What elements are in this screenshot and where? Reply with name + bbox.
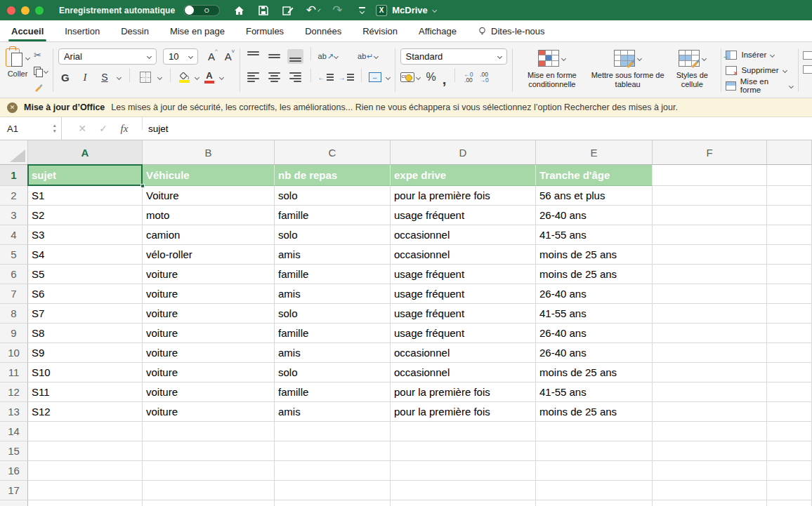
cell[interactable]: usage fréquent [391,284,536,304]
name-box[interactable]: A1 ▲▼ [0,117,62,140]
cell[interactable] [653,284,767,304]
row-header[interactable]: 2 [0,186,28,206]
cell[interactable]: pour la première fois [391,402,536,422]
cell[interactable]: 26-40 ans [536,284,653,304]
cell[interactable] [143,441,275,461]
cell[interactable] [653,461,767,481]
increase-indent-button[interactable]: → [339,74,354,81]
row-header[interactable]: 3 [0,206,28,225]
align-center-button[interactable] [266,70,282,85]
cell[interactable] [653,500,767,506]
cell[interactable]: solo [275,225,391,245]
cell[interactable]: 26-40 ans [536,343,653,363]
decrease-decimal-button[interactable]: .00→0 [480,72,489,84]
cell[interactable]: pour la première fois [391,186,536,206]
cell[interactable] [767,481,812,500]
cell[interactable] [391,422,536,441]
decrease-indent-button[interactable]: ← [318,74,334,81]
minimize-window-button[interactable] [21,6,30,15]
cell[interactable]: famille [275,206,391,225]
column-header-f[interactable]: F [653,140,767,165]
cell[interactable]: voiture [143,343,275,363]
cell[interactable] [767,402,812,422]
cell[interactable]: moins de 25 ans [536,265,653,284]
cell[interactable]: amis [275,402,391,422]
cell[interactable]: famille [275,265,391,284]
cut-button[interactable]: ✂ [34,48,48,61]
column-header-a[interactable]: A [28,140,143,165]
row-header[interactable]: 17 [0,481,28,500]
increase-decimal-button[interactable]: ←0.00 [464,72,473,84]
cell[interactable]: Voiture [143,186,275,206]
paste-button[interactable]: Coller [6,47,30,95]
cell[interactable]: S5 [28,265,143,284]
cell[interactable]: S11 [28,382,143,402]
cell[interactable] [28,481,143,500]
cell[interactable] [767,304,812,324]
cell[interactable] [275,481,391,500]
cell[interactable]: S6 [28,284,143,304]
cell[interactable]: 41-55 ans [536,382,653,402]
row-header[interactable]: 13 [0,402,28,422]
accounting-format-button[interactable] [400,72,420,82]
cell[interactable]: 41-55 ans [536,225,653,245]
font-size-combo[interactable]: 10 [163,48,198,65]
tell-me-button[interactable]: Dites-le-nous [478,20,545,41]
tab-donnees[interactable]: Données [303,20,343,41]
cell[interactable]: voiture [143,265,275,284]
close-window-button[interactable] [7,6,15,15]
align-left-button[interactable] [245,70,261,85]
cell[interactable]: voiture [143,324,275,343]
cell[interactable] [28,461,143,481]
row-header[interactable]: 11 [0,363,28,382]
home-icon[interactable] [233,4,245,17]
cell[interactable] [767,422,812,441]
fill-handle[interactable] [140,184,145,188]
cell[interactable] [143,422,275,441]
cell[interactable] [767,165,812,186]
undo-icon[interactable]: ↶ [306,4,319,17]
tab-mise-en-page[interactable]: Mise en page [169,20,226,41]
cell[interactable] [767,265,812,284]
row-header[interactable]: 8 [0,304,28,324]
cell[interactable]: voiture [143,284,275,304]
cell[interactable] [143,500,275,506]
align-right-button[interactable] [287,70,303,85]
cell[interactable] [767,441,812,461]
cell[interactable] [653,324,767,343]
conditional-formatting-button[interactable]: Mise en forme conditionnelle [517,46,587,95]
cell[interactable]: S10 [28,363,143,382]
cell[interactable] [767,382,812,402]
cell[interactable] [275,461,391,481]
cell[interactable]: camion [143,225,275,245]
cell[interactable] [653,304,767,324]
cell[interactable] [653,363,767,382]
row-header[interactable]: 7 [0,284,28,304]
cancel-entry-icon[interactable]: ✕ [72,123,93,134]
cell[interactable]: solo [275,304,391,324]
toolbar-more-icon[interactable] [355,4,368,17]
cell[interactable]: voiture [143,304,275,324]
cell[interactable]: occasionnel [391,225,536,245]
cell[interactable]: voiture [143,402,275,422]
cell[interactable] [767,186,812,206]
cell[interactable]: occasionnel [391,245,536,265]
cell[interactable] [653,422,767,441]
fill-color-button[interactable] [179,72,190,83]
row-header[interactable] [0,500,28,506]
cell[interactable]: famille [275,324,391,343]
select-all-corner[interactable] [0,140,28,165]
cell[interactable]: S8 [28,324,143,343]
name-box-stepper[interactable]: ▲▼ [53,124,57,133]
orientation-button[interactable]: ab↗ [318,52,338,61]
format-as-table-button[interactable]: Mettre sous forme de tableau [587,46,669,95]
cell[interactable]: amis [275,284,391,304]
cell[interactable]: pour la première fois [391,382,536,402]
cell[interactable]: moto [143,206,275,225]
underline-button[interactable]: S [98,69,112,85]
cell[interactable] [653,206,767,225]
cell[interactable]: S12 [28,402,143,422]
cell[interactable]: 26-40 ans [536,324,653,343]
row-header[interactable]: 5 [0,245,28,265]
cell[interactable]: Véhicule [143,165,275,186]
